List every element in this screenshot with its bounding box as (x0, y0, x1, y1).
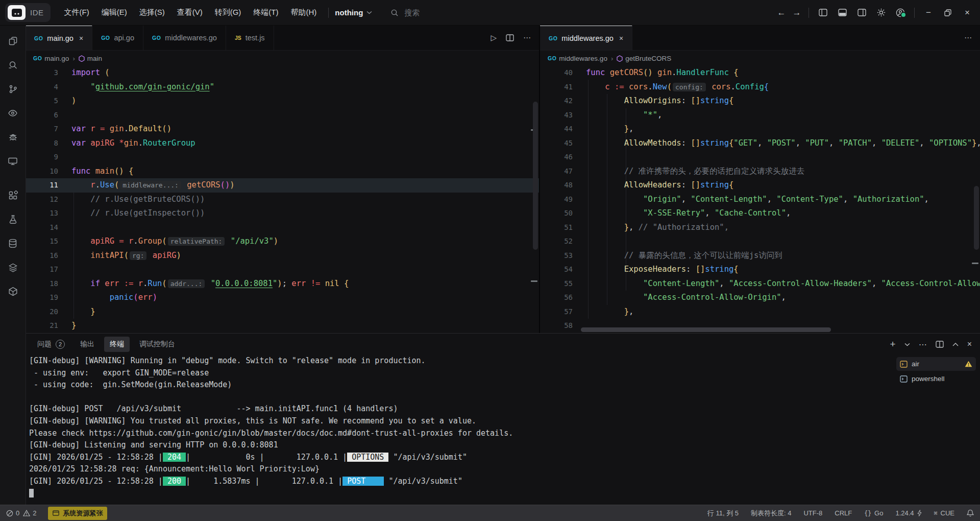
new-terminal-button[interactable]: + (890, 339, 896, 350)
tab-middlewares-go[interactable]: GOmiddlewares.go (143, 25, 226, 50)
menu-item-1[interactable]: 编辑(E) (96, 5, 133, 20)
code-line-51[interactable]: 51 }, // "Authorization", (540, 221, 980, 235)
project-selector[interactable]: nothing (335, 8, 372, 17)
code-line-53[interactable]: 53 // 暴露的头信息，这个可以让前端js访问到 (540, 249, 980, 263)
tab-main-go[interactable]: GOmain.go× (26, 25, 92, 50)
activity-bar-preview-eye-icon[interactable] (1, 101, 24, 125)
code-line-48[interactable]: 48 AllowHeaders: []string{ (540, 178, 980, 193)
code-line-4[interactable]: 4 "github.com/gin-gonic/gin" (26, 80, 539, 94)
nav-back-button[interactable]: ← (774, 4, 789, 21)
menu-item-6[interactable]: 帮助(H) (285, 5, 323, 20)
global-search[interactable] (390, 8, 507, 17)
code-line-9[interactable]: 9 (26, 150, 539, 164)
code-line-43[interactable]: 43 "*", (540, 108, 980, 123)
code-line-56[interactable]: 56 "Access-Control-Allow-Origin", (540, 291, 980, 305)
menu-item-2[interactable]: 选择(S) (134, 5, 170, 20)
code-line-40[interactable]: 40func getCORS() gin.HandlerFunc { (540, 66, 980, 80)
more-actions-icon[interactable]: ⋯ (964, 33, 972, 42)
account-icon[interactable] (891, 4, 910, 21)
tab-middlewares-go[interactable]: GOmiddlewares.go× (540, 25, 632, 50)
code-line-50[interactable]: 50 "X-SSE-Retry", "Cache-Control", (540, 206, 980, 221)
breadcrumb-item-1[interactable]: getBruteCORS (617, 55, 671, 62)
run-button[interactable]: ▷ (491, 33, 497, 42)
code-line-57[interactable]: 57 }, (540, 305, 980, 319)
code-line-49[interactable]: 49 "Origin", "Content-Length", "Content-… (540, 193, 980, 207)
app-logo[interactable]: IDE (5, 3, 51, 22)
activity-bar-files-icon[interactable] (1, 29, 24, 53)
tab-api-go[interactable]: GOapi.go (92, 25, 143, 50)
panel-tab-1[interactable]: 输出 (75, 337, 100, 352)
window-close-button[interactable]: × (958, 4, 977, 21)
code-line-41[interactable]: 41 c := cors.New(config: cors.Config{ (540, 80, 980, 94)
scrollbar-thumb[interactable] (974, 186, 979, 250)
status-item---11----5[interactable]: 行 11, 列 5 (707, 509, 739, 518)
activity-bar-remote-window-icon[interactable] (1, 149, 24, 173)
terminal-instance-air[interactable]: air (896, 357, 976, 371)
terminal-dropdown-icon[interactable] (904, 343, 910, 346)
code-line-42[interactable]: 42 AllowOrigins: []string{ (540, 94, 980, 108)
breadcrumb-item-0[interactable]: GOmiddlewares.go (548, 55, 607, 62)
code-line-54[interactable]: 54 ExposeHeaders: []string{ (540, 263, 980, 277)
code-line-7[interactable]: 7var r = gin.Default() (26, 122, 539, 136)
code-line-13[interactable]: 13 // r.Use(getInspector()) (26, 206, 539, 221)
code-line-14[interactable]: 14 (26, 221, 539, 235)
menu-item-0[interactable]: 文件(F) (59, 5, 95, 20)
toggle-right-sidebar-button[interactable] (852, 4, 871, 21)
code-line-12[interactable]: 12 // r.Use(getBruteCORS()) (26, 193, 539, 207)
activity-bar-package-icon[interactable] (1, 279, 24, 303)
toggle-left-sidebar-button[interactable] (813, 4, 832, 21)
status-item--------4[interactable]: 制表符长度: 4 (751, 509, 791, 518)
code-line-52[interactable]: 52 (540, 234, 980, 249)
status-problems[interactable]: 0 2 系统资源紧张 (6, 507, 107, 520)
activity-bar-extensions-icon[interactable] (1, 183, 24, 207)
status-item-UTF-8[interactable]: UTF-8 (803, 509, 822, 517)
scrollbar-thumb[interactable] (533, 102, 538, 250)
code-line-3[interactable]: 3import ( (26, 66, 539, 80)
menu-item-4[interactable]: 转到(G) (209, 5, 247, 20)
code-line-11[interactable]: 11 r.Use(middleware...: getCORS()) (26, 178, 539, 193)
panel-tab-3[interactable]: 调试控制台 (134, 337, 181, 352)
panel-more-icon[interactable]: ⋯ (919, 340, 927, 349)
status-item-CUE[interactable]: ⌘CUE (934, 509, 954, 517)
code-line-47[interactable]: 47 // 准许携带的头，必要的话把自定义请求头放进去 (540, 164, 980, 179)
toggle-panel-button[interactable] (832, 4, 852, 21)
status-item-CRLF[interactable]: CRLF (835, 509, 852, 517)
code-line-21[interactable]: 21} (26, 319, 539, 333)
menu-item-3[interactable]: 查看(V) (172, 5, 208, 20)
error-count[interactable]: 0 (6, 509, 19, 517)
editor-group-divider[interactable] (539, 25, 540, 333)
code-line-16[interactable]: 16 initAPI(rg: apiRG) (26, 249, 539, 263)
code-line-17[interactable]: 17 (26, 263, 539, 277)
close-panel-icon[interactable]: × (967, 340, 972, 349)
breadcrumb-item-0[interactable]: GOmain.go (33, 55, 69, 62)
panel-tab-2[interactable]: 终端 (104, 337, 130, 352)
code-line-15[interactable]: 15 apiRG = r.Group(relativePath: "/api/v… (26, 234, 539, 249)
terminal-instance-powershell[interactable]: powershell (896, 372, 976, 386)
split-editor-icon[interactable] (506, 34, 514, 41)
activity-bar-layers-icon[interactable] (1, 255, 24, 279)
maximize-panel-icon[interactable] (952, 342, 959, 346)
code-line-55[interactable]: 55 "Content-Length", "Access-Control-All… (540, 277, 980, 291)
code-line-18[interactable]: 18 if err := r.Run(addr...: "0.0.0.0:808… (26, 277, 539, 291)
window-restore-button[interactable] (938, 4, 958, 21)
activity-bar-source-control-icon[interactable] (1, 77, 24, 101)
breadcrumb-item-1[interactable]: main (79, 55, 102, 62)
horizontal-scrollbar-thumb[interactable] (581, 327, 831, 332)
window-minimize-button[interactable]: − (919, 4, 938, 21)
menu-item-5[interactable]: 终端(T) (248, 5, 284, 20)
tab-test-js[interactable]: JStest.js (226, 25, 274, 50)
code-line-45[interactable]: 45 AllowMethods: []string{"GET", "POST",… (540, 136, 980, 151)
more-actions-icon[interactable]: ⋯ (523, 33, 531, 42)
status-item-1-24-4[interactable]: 1.24.4 (895, 509, 921, 517)
activity-bar-search-icon[interactable] (1, 53, 24, 77)
settings-gear-icon[interactable] (871, 4, 891, 21)
terminal-output[interactable]: [GIN-debug] [WARNING] Running in "debug"… (29, 355, 893, 503)
code-line-6[interactable]: 6 (26, 108, 539, 123)
status-item-Go[interactable]: {}Go (864, 509, 883, 517)
activity-bar-testing-icon[interactable] (1, 207, 24, 231)
notifications-bell-icon[interactable] (967, 509, 974, 517)
code-line-20[interactable]: 20 } (26, 305, 539, 319)
code-line-5[interactable]: 5) (26, 94, 539, 108)
resource-warning-badge[interactable]: 系统资源紧张 (48, 507, 107, 520)
activity-bar-database-icon[interactable] (1, 231, 24, 255)
